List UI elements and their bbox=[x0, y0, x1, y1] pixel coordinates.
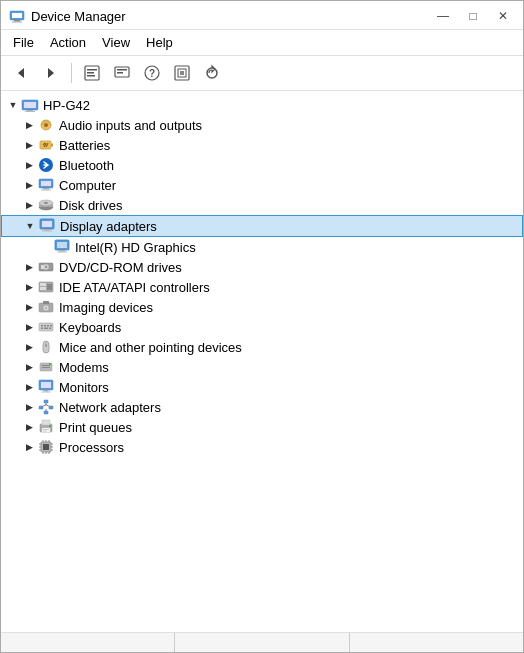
svg-rect-90 bbox=[43, 429, 49, 430]
tree-node-bluetooth[interactable]: ▶ Bluetooth bbox=[1, 155, 523, 175]
svg-rect-26 bbox=[51, 144, 53, 147]
tree-node-audio[interactable]: ▶ Audio inputs and outputs bbox=[1, 115, 523, 135]
batteries-chevron: ▶ bbox=[21, 137, 37, 153]
svg-rect-34 bbox=[43, 188, 49, 190]
svg-rect-56 bbox=[47, 284, 52, 290]
refresh-button[interactable] bbox=[198, 60, 226, 86]
svg-rect-2 bbox=[14, 20, 20, 22]
keyboard-icon bbox=[37, 318, 55, 336]
back-button[interactable] bbox=[7, 60, 35, 86]
svg-rect-78 bbox=[42, 392, 51, 393]
bluetooth-label: Bluetooth bbox=[59, 158, 114, 173]
svg-rect-77 bbox=[44, 390, 49, 392]
menu-file[interactable]: File bbox=[5, 32, 42, 53]
svg-rect-91 bbox=[43, 431, 47, 432]
svg-rect-64 bbox=[47, 325, 49, 327]
mice-icon bbox=[37, 338, 55, 356]
svg-text:i: i bbox=[61, 244, 62, 249]
dvd-label: DVD/CD-ROM drives bbox=[59, 260, 182, 275]
minimize-button[interactable]: — bbox=[431, 7, 455, 25]
close-button[interactable]: ✕ bbox=[491, 7, 515, 25]
svg-rect-54 bbox=[40, 283, 46, 286]
monitors-chevron: ▶ bbox=[21, 379, 37, 395]
svg-rect-46 bbox=[59, 250, 65, 252]
tree-node-imaging[interactable]: ▶ Imaging devices bbox=[1, 297, 523, 317]
svg-point-74 bbox=[49, 363, 51, 365]
svg-rect-9 bbox=[87, 75, 95, 77]
intel-label: Intel(R) HD Graphics bbox=[75, 240, 196, 255]
tree-node-disk[interactable]: ▶ Disk drives bbox=[1, 195, 523, 215]
properties-button[interactable] bbox=[78, 60, 106, 86]
svg-rect-94 bbox=[43, 444, 49, 450]
tree-node-monitors[interactable]: ▶ Monitors bbox=[1, 377, 523, 397]
status-section-3 bbox=[350, 633, 523, 652]
monitors-label: Monitors bbox=[59, 380, 109, 395]
bluetooth-chevron: ▶ bbox=[21, 157, 37, 173]
svg-rect-17 bbox=[180, 71, 184, 75]
ide-label: IDE ATA/ATAPI controllers bbox=[59, 280, 210, 295]
window-title: Device Manager bbox=[31, 9, 126, 24]
tree-node-root[interactable]: ▼ HP-G42 bbox=[1, 95, 523, 115]
tree-node-proc[interactable]: ▶ Proces bbox=[1, 437, 523, 457]
svg-rect-7 bbox=[87, 69, 97, 71]
audio-label: Audio inputs and outputs bbox=[59, 118, 202, 133]
svg-text:?: ? bbox=[149, 68, 155, 79]
forward-button[interactable] bbox=[37, 60, 65, 86]
keyboard-chevron: ▶ bbox=[21, 319, 37, 335]
print-chevron: ▶ bbox=[21, 419, 37, 435]
svg-rect-20 bbox=[24, 102, 36, 108]
svg-rect-65 bbox=[41, 328, 43, 330]
scan-changes-button[interactable] bbox=[168, 60, 196, 86]
svg-rect-82 bbox=[44, 411, 48, 414]
computer-chevron: ▶ bbox=[21, 177, 37, 193]
tree-node-keyboard[interactable]: ▶ Keyboards bbox=[1, 317, 523, 337]
tree-node-dvd[interactable]: ▶ DVD/CD-ROM drives bbox=[1, 257, 523, 277]
mice-label: Mice and other pointing devices bbox=[59, 340, 242, 355]
tree-node-mice[interactable]: ▶ Mice and other pointing devices bbox=[1, 337, 523, 357]
menu-help[interactable]: Help bbox=[138, 32, 181, 53]
tree-node-network[interactable]: ▶ Network adapters bbox=[1, 397, 523, 417]
network-icon bbox=[37, 398, 55, 416]
svg-rect-68 bbox=[50, 325, 52, 327]
svg-rect-43 bbox=[42, 231, 52, 232]
intel-icon: i bbox=[53, 238, 71, 256]
svg-rect-67 bbox=[49, 328, 51, 330]
tree-node-display[interactable]: ▼ Display adapters bbox=[1, 215, 523, 237]
help-button[interactable]: ? bbox=[138, 60, 166, 86]
tree-node-computer[interactable]: ▶ Computer bbox=[1, 175, 523, 195]
svg-point-70 bbox=[45, 344, 47, 347]
proc-label: Processors bbox=[59, 440, 124, 455]
status-section-1 bbox=[1, 633, 175, 652]
tree-area[interactable]: ▼ HP-G42 ▶ Aud bbox=[1, 91, 523, 632]
disk-chevron: ▶ bbox=[21, 197, 37, 213]
tree-node-modems[interactable]: ▶ Modems bbox=[1, 357, 523, 377]
tree-node-batteries[interactable]: ▶ Batteries bbox=[1, 135, 523, 155]
root-icon bbox=[21, 96, 39, 114]
title-left: Device Manager bbox=[9, 8, 126, 24]
print-label: Print queues bbox=[59, 420, 132, 435]
svg-rect-76 bbox=[41, 382, 51, 388]
tree-node-ide[interactable]: ▶ IDE ATA/ATAPI controllers bbox=[1, 277, 523, 297]
maximize-button[interactable]: □ bbox=[461, 7, 485, 25]
modems-label: Modems bbox=[59, 360, 109, 375]
svg-rect-22 bbox=[25, 111, 35, 112]
print-icon bbox=[37, 418, 55, 436]
svg-rect-12 bbox=[117, 72, 123, 74]
svg-rect-1 bbox=[12, 13, 22, 18]
update-driver-button[interactable] bbox=[108, 60, 136, 86]
audio-chevron: ▶ bbox=[21, 117, 37, 133]
toolbar-sep-1 bbox=[71, 63, 72, 83]
keyboard-label: Keyboards bbox=[59, 320, 121, 335]
svg-rect-66 bbox=[44, 328, 48, 330]
tree-node-intel[interactable]: i Intel(R) HD Graphics bbox=[1, 237, 523, 257]
tree-node-print[interactable]: ▶ Print queues bbox=[1, 417, 523, 437]
menu-view[interactable]: View bbox=[94, 32, 138, 53]
display-chevron: ▼ bbox=[22, 218, 38, 234]
modems-chevron: ▶ bbox=[21, 359, 37, 375]
ide-icon bbox=[37, 278, 55, 296]
svg-rect-60 bbox=[43, 301, 49, 304]
ide-chevron: ▶ bbox=[21, 279, 37, 295]
svg-rect-63 bbox=[44, 325, 46, 327]
svg-rect-88 bbox=[42, 420, 50, 425]
menu-action[interactable]: Action bbox=[42, 32, 94, 53]
